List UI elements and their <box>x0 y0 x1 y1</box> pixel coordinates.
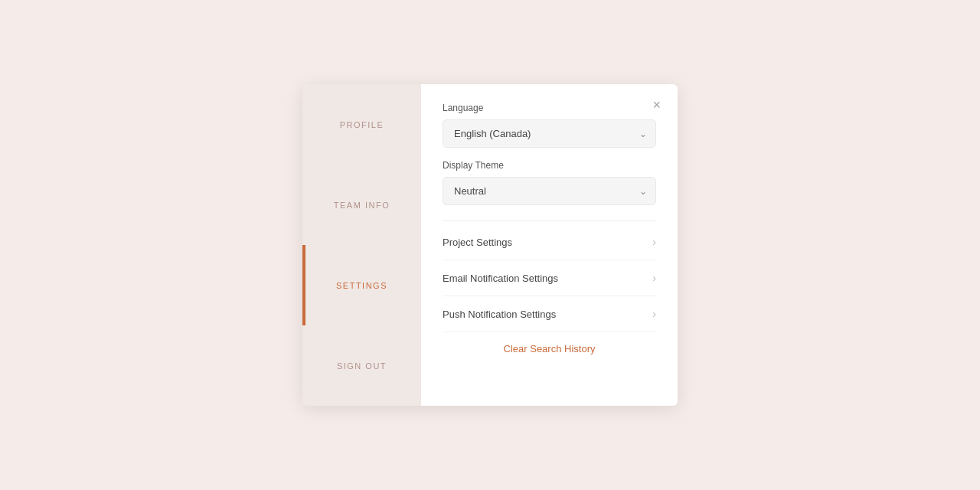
email-notification-settings-label: Email Notification Settings <box>443 273 558 284</box>
close-button[interactable]: × <box>649 96 664 113</box>
display-theme-select-wrapper: Neutral Light Dark ⌄ <box>443 177 656 205</box>
top-section: Language English (Canada) English (US) F… <box>443 103 656 221</box>
push-notification-settings-item[interactable]: Push Notification Settings › <box>443 296 656 332</box>
sidebar-item-profile[interactable]: PROFILE <box>302 84 421 165</box>
push-notification-settings-label: Push Notification Settings <box>443 309 556 320</box>
display-theme-select[interactable]: Neutral Light Dark <box>443 177 656 205</box>
push-notification-chevron-icon: › <box>652 308 656 320</box>
project-settings-chevron-icon: › <box>652 236 656 248</box>
sidebar: PROFILE TEAM INFO SETTINGS SIGN OUT <box>302 84 421 406</box>
sidebar-item-team-info[interactable]: TEAM INFO <box>302 165 421 245</box>
project-settings-label: Project Settings <box>443 237 512 248</box>
clear-search-history-button[interactable]: Clear Search History <box>443 343 656 354</box>
display-theme-label: Display Theme <box>443 160 656 171</box>
settings-modal: PROFILE TEAM INFO SETTINGS SIGN OUT × La… <box>302 84 678 406</box>
email-notification-chevron-icon: › <box>652 272 656 284</box>
language-select-wrapper: English (Canada) English (US) French (Ca… <box>443 119 656 148</box>
sidebar-item-sign-out[interactable]: SIGN OUT <box>302 325 421 406</box>
main-panel: × Language English (Canada) English (US)… <box>421 84 678 406</box>
email-notification-settings-item[interactable]: Email Notification Settings › <box>443 260 656 296</box>
sidebar-item-settings[interactable]: SETTINGS <box>302 245 421 325</box>
settings-list: Project Settings › Email Notification Se… <box>443 221 656 332</box>
language-select[interactable]: English (Canada) English (US) French (Ca… <box>443 119 656 148</box>
language-label: Language <box>443 103 656 113</box>
project-settings-item[interactable]: Project Settings › <box>443 224 656 260</box>
